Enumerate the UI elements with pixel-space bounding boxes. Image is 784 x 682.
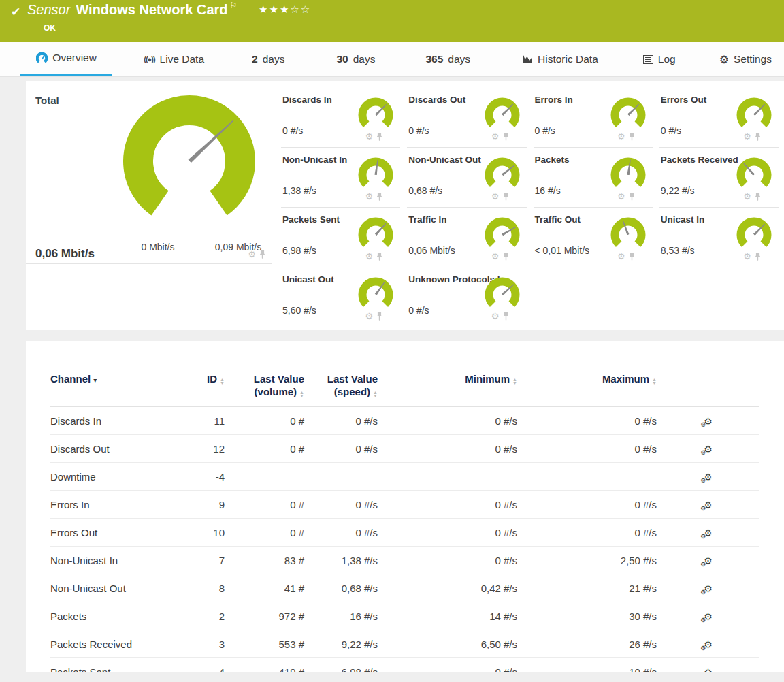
gear-icon[interactable]: ⚙ bbox=[365, 192, 374, 201]
pin-icon[interactable] bbox=[376, 312, 382, 321]
channel-gauge-card[interactable]: Errors In 0 #/s ⚙ bbox=[534, 88, 653, 148]
channel-settings-button[interactable]: ⚙⚙ bbox=[657, 499, 760, 510]
sensor-name[interactable]: Windows Network Card bbox=[76, 2, 227, 17]
pin-icon[interactable] bbox=[629, 133, 635, 141]
column-header-channel[interactable]: Channel▾ bbox=[50, 372, 180, 387]
channel-gauge-card[interactable]: Unicast In 8,53 #/s ⚙ bbox=[659, 208, 779, 267]
pin-icon[interactable] bbox=[376, 133, 382, 141]
channel-gauge-card[interactable]: Traffic Out < 0,01 Mbit/s ⚙ bbox=[534, 208, 653, 267]
cell-minimum: 0,42 #/s bbox=[378, 583, 517, 594]
gear-icon[interactable]: ⚙ bbox=[743, 252, 751, 261]
gear-icon[interactable]: ⚙ bbox=[365, 312, 374, 321]
pin-icon[interactable] bbox=[503, 133, 509, 141]
table-row[interactable]: Packets Sent 4 419 # 6,98 #/s 0 #/s 10 #… bbox=[50, 658, 760, 672]
table-row[interactable]: Errors In 9 0 # 0 #/s 0 #/s 0 #/s ⚙⚙ bbox=[50, 491, 760, 519]
pin-icon[interactable] bbox=[755, 193, 761, 201]
table-row[interactable]: Discards Out 12 0 # 0 #/s 0 #/s 0 #/s ⚙⚙ bbox=[50, 435, 760, 463]
gear-icon[interactable]: ⚙ bbox=[491, 252, 500, 261]
channel-gauge-card[interactable]: Discards Out 0 #/s ⚙ bbox=[407, 88, 526, 148]
channel-gauge-card[interactable]: Packets Received 9,22 #/s ⚙ bbox=[659, 148, 779, 208]
cell-maximum: 0 #/s bbox=[517, 499, 657, 510]
channel-settings-button[interactable]: ⚙⚙ bbox=[657, 638, 760, 650]
gear-icon[interactable]: ⚙ bbox=[248, 250, 256, 259]
star-filled-icon[interactable]: ★ bbox=[259, 3, 269, 15]
cell-maximum: 21 #/s bbox=[517, 583, 657, 594]
tab-live-data[interactable]: ((●)) Live Data bbox=[131, 42, 216, 76]
pin-icon[interactable] bbox=[629, 193, 635, 201]
gear-icon[interactable]: ⚙ bbox=[365, 132, 374, 141]
channel-gauge-card[interactable]: Errors Out 0 #/s ⚙ bbox=[659, 88, 779, 148]
tab-settings[interactable]: ⚙ Settings bbox=[707, 42, 784, 76]
table-row[interactable]: Non-Unicast In 7 83 # 1,38 #/s 0 #/s 2,5… bbox=[50, 547, 760, 574]
gear-icon[interactable]: ⚙ bbox=[743, 132, 751, 141]
channel-settings-button[interactable]: ⚙⚙ bbox=[657, 415, 760, 427]
gear-icon[interactable]: ⚙ bbox=[491, 312, 500, 321]
channel-gauge-card[interactable]: Packets 16 #/s ⚙ bbox=[534, 148, 653, 208]
tab-30-days[interactable]: 30 days bbox=[324, 42, 387, 76]
gear-icon[interactable]: ⚙ bbox=[617, 132, 625, 141]
cell-id: 11 bbox=[180, 415, 225, 427]
pin-icon[interactable] bbox=[259, 250, 265, 259]
tab-365-days[interactable]: 365 days bbox=[413, 42, 483, 76]
status-badge: OK bbox=[44, 23, 56, 33]
star-empty-icon[interactable]: ☆ bbox=[290, 3, 300, 15]
pin-icon[interactable] bbox=[376, 253, 382, 261]
channel-settings-button[interactable]: ⚙⚙ bbox=[657, 527, 760, 538]
gauge-title: Packets bbox=[535, 155, 570, 165]
channel-settings-button[interactable]: ⚙⚙ bbox=[657, 611, 760, 622]
channel-gauge-card[interactable]: Discards In 0 #/s ⚙ bbox=[281, 88, 400, 148]
table-row[interactable]: Non-Unicast Out 8 41 # 0,68 #/s 0,42 #/s… bbox=[50, 574, 760, 602]
channel-gauge-card[interactable]: Non-Unicast In 1,38 #/s ⚙ bbox=[281, 148, 400, 208]
channel-gauge-card[interactable]: Unicast Out 5,60 #/s ⚙ bbox=[281, 267, 400, 327]
gauge-dial bbox=[609, 96, 647, 134]
sort-toggle-icon: ▲▼ bbox=[652, 378, 657, 385]
gear-icon[interactable]: ⚙ bbox=[365, 252, 374, 261]
table-row[interactable]: Packets 2 972 # 16 #/s 14 #/s 30 #/s ⚙⚙ bbox=[50, 602, 760, 630]
tab-overview[interactable]: Overview bbox=[20, 42, 112, 76]
pin-icon[interactable] bbox=[629, 253, 635, 261]
channel-settings-button[interactable]: ⚙⚙ bbox=[657, 666, 760, 672]
channel-settings-button[interactable]: ⚙⚙ bbox=[657, 555, 760, 566]
gear-icon[interactable]: ⚙ bbox=[617, 252, 625, 261]
gauge-value: < 0,01 Mbit/s bbox=[535, 245, 590, 256]
column-header-last-value-speed[interactable]: Last Value (speed)▲▼ bbox=[304, 372, 378, 398]
gear-icon[interactable]: ⚙ bbox=[491, 192, 500, 201]
priority-stars[interactable]: ★★★☆☆ bbox=[259, 3, 311, 16]
table-row[interactable]: Discards In 11 0 # 0 #/s 0 #/s 0 #/s ⚙⚙ bbox=[50, 407, 760, 435]
column-header-id[interactable]: ID▲▼ bbox=[180, 372, 225, 385]
pin-icon[interactable] bbox=[503, 253, 509, 261]
star-filled-icon[interactable]: ★ bbox=[280, 3, 290, 15]
channel-gauge-card[interactable]: Packets Sent 6,98 #/s ⚙ bbox=[281, 208, 400, 267]
column-header-maximum[interactable]: Maximum▲▼ bbox=[517, 372, 657, 385]
channel-gauge-card[interactable]: Traffic In 0,06 Mbit/s ⚙ bbox=[407, 208, 526, 267]
star-filled-icon[interactable]: ★ bbox=[269, 3, 279, 15]
priority-flag-icon[interactable]: ⚐ bbox=[230, 1, 238, 10]
pin-icon[interactable] bbox=[503, 312, 509, 321]
channel-settings-button[interactable]: ⚙⚙ bbox=[657, 443, 760, 455]
channel-settings-button[interactable]: ⚙⚙ bbox=[657, 583, 760, 594]
tab-log[interactable]: Log bbox=[631, 42, 688, 76]
gauges-panel: Total 0 Mbit/s 0,09 Mbit/s 0,06 Mbit/s ⚙ bbox=[26, 81, 784, 330]
gear-icon[interactable]: ⚙ bbox=[491, 132, 500, 141]
pin-icon[interactable] bbox=[755, 133, 761, 141]
channel-gauge-card[interactable]: Unknown Protocols In 0 #/s ⚙ bbox=[407, 267, 526, 327]
gear-icon[interactable]: ⚙ bbox=[743, 192, 751, 201]
table-row[interactable]: Errors Out 10 0 # 0 #/s 0 #/s 0 #/s ⚙⚙ bbox=[50, 519, 760, 547]
cell-minimum: 0 #/s bbox=[378, 555, 517, 566]
star-empty-icon[interactable]: ☆ bbox=[301, 3, 311, 15]
gear-icon[interactable]: ⚙ bbox=[617, 192, 625, 201]
total-gauge-card[interactable]: Total 0 Mbit/s 0,09 Mbit/s 0,06 Mbit/s ⚙ bbox=[26, 81, 281, 330]
pin-icon[interactable] bbox=[755, 253, 761, 261]
channel-settings-button[interactable]: ⚙⚙ bbox=[657, 471, 760, 483]
table-row[interactable]: Downtime -4 ⚙⚙ bbox=[50, 463, 760, 491]
cell-last-value-speed: 1,38 #/s bbox=[304, 555, 378, 566]
tab-2-days[interactable]: 2 days bbox=[240, 42, 297, 76]
pin-icon[interactable] bbox=[503, 193, 509, 201]
cell-last-value-speed: 0 #/s bbox=[304, 415, 378, 427]
pin-icon[interactable] bbox=[376, 193, 382, 201]
tab-historic-data[interactable]: Historic Data bbox=[510, 42, 610, 76]
channel-gauge-card[interactable]: Non-Unicast Out 0,68 #/s ⚙ bbox=[407, 148, 526, 208]
table-row[interactable]: Packets Received 3 553 # 9,22 #/s 6,50 #… bbox=[50, 630, 760, 658]
column-header-minimum[interactable]: Minimum▲▼ bbox=[378, 372, 517, 385]
column-header-last-value-volume[interactable]: Last Value (volume)▲▼ bbox=[225, 372, 304, 398]
